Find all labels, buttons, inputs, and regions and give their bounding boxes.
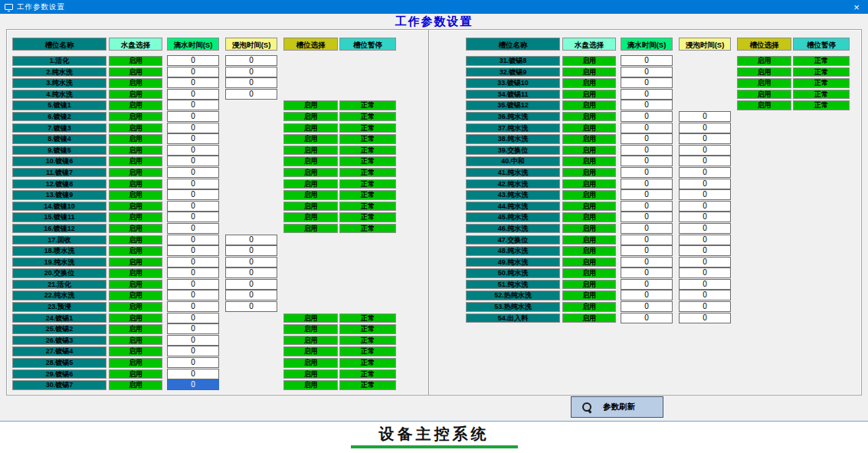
slot-pause-status[interactable]: 正常 [339, 224, 396, 234]
slot-select-toggle[interactable]: 启用 [283, 202, 338, 212]
drip-time-input[interactable]: 0 [167, 111, 219, 122]
water-pan-toggle[interactable]: 启用 [562, 212, 616, 222]
water-pan-toggle[interactable]: 启用 [562, 67, 616, 77]
soak-time-input[interactable]: 0 [679, 257, 731, 268]
water-pan-toggle[interactable]: 启用 [562, 100, 616, 110]
drip-time-input[interactable]: 0 [167, 235, 219, 245]
drip-time-input[interactable]: 0 [167, 313, 219, 323]
slot-select-toggle[interactable]: 启用 [283, 100, 338, 110]
slot-pause-status[interactable]: 正常 [339, 168, 396, 178]
water-pan-toggle[interactable]: 启用 [562, 112, 616, 122]
slot-select-toggle[interactable]: 启用 [737, 67, 791, 77]
water-pan-toggle[interactable]: 启用 [109, 235, 162, 245]
slot-select-toggle[interactable]: 启用 [283, 168, 338, 178]
drip-time-input[interactable]: 0 [167, 77, 219, 88]
drip-time-input[interactable]: 0 [167, 223, 219, 234]
slot-pause-status[interactable]: 正常 [339, 179, 396, 189]
drip-time-input[interactable]: 0 [167, 323, 219, 334]
water-pan-toggle[interactable]: 启用 [109, 78, 162, 88]
water-pan-toggle[interactable]: 启用 [109, 190, 162, 200]
water-pan-toggle[interactable]: 启用 [562, 302, 616, 312]
slot-pause-status[interactable]: 正常 [339, 346, 396, 356]
water-pan-toggle[interactable]: 启用 [562, 246, 616, 256]
drip-time-input[interactable]: 0 [167, 123, 219, 133]
water-pan-toggle[interactable]: 启用 [562, 268, 616, 278]
water-pan-toggle[interactable]: 启用 [562, 146, 616, 156]
drip-time-input[interactable]: 0 [621, 77, 673, 88]
soak-time-input[interactable]: 0 [225, 279, 277, 290]
slot-pause-status[interactable]: 正常 [339, 212, 396, 222]
drip-time-input[interactable]: 0 [621, 179, 673, 189]
slot-select-toggle[interactable]: 启用 [737, 90, 791, 100]
water-pan-toggle[interactable]: 启用 [562, 190, 616, 200]
slot-pause-status[interactable]: 正常 [793, 67, 850, 77]
slot-pause-status[interactable]: 正常 [339, 336, 396, 346]
drip-time-input[interactable]: 0 [621, 268, 673, 278]
drip-time-input[interactable]: 0 [167, 335, 219, 346]
drip-time-input[interactable]: 0 [621, 279, 673, 290]
water-pan-toggle[interactable]: 启用 [109, 280, 162, 290]
drip-time-input[interactable]: 0 [621, 235, 673, 245]
slot-select-toggle[interactable]: 启用 [283, 324, 338, 334]
drip-time-input[interactable]: 0 [167, 379, 219, 390]
drip-time-input[interactable]: 0 [167, 67, 219, 77]
water-pan-toggle[interactable]: 启用 [562, 78, 616, 88]
slot-pause-status[interactable]: 正常 [339, 202, 396, 212]
soak-time-input[interactable]: 0 [679, 212, 731, 222]
water-pan-toggle[interactable]: 启用 [109, 90, 162, 100]
soak-time-input[interactable]: 0 [225, 89, 277, 100]
drip-time-input[interactable]: 0 [167, 268, 219, 278]
soak-time-input[interactable]: 0 [679, 201, 731, 212]
water-pan-toggle[interactable]: 启用 [562, 134, 616, 144]
water-pan-toggle[interactable]: 启用 [562, 235, 616, 245]
water-pan-toggle[interactable]: 启用 [109, 302, 162, 312]
water-pan-toggle[interactable]: 启用 [109, 179, 162, 189]
drip-time-input[interactable]: 0 [167, 357, 219, 368]
drip-time-input[interactable]: 0 [621, 156, 673, 166]
drip-time-input[interactable]: 0 [167, 100, 219, 110]
drip-time-input[interactable]: 0 [167, 55, 219, 66]
drip-time-input[interactable]: 0 [621, 189, 673, 200]
soak-time-input[interactable]: 0 [225, 268, 277, 278]
soak-time-input[interactable]: 0 [679, 145, 731, 156]
drip-time-input[interactable]: 0 [621, 290, 673, 300]
soak-time-input[interactable]: 0 [679, 279, 731, 290]
soak-time-input[interactable]: 0 [225, 67, 277, 77]
water-pan-toggle[interactable]: 启用 [109, 224, 162, 234]
soak-time-input[interactable]: 0 [679, 268, 731, 278]
drip-time-input[interactable]: 0 [621, 167, 673, 178]
drip-time-input[interactable]: 0 [167, 290, 219, 300]
slot-select-toggle[interactable]: 启用 [283, 146, 338, 156]
drip-time-input[interactable]: 0 [621, 133, 673, 144]
water-pan-toggle[interactable]: 启用 [562, 224, 616, 234]
drip-time-input[interactable]: 0 [167, 156, 219, 166]
drip-time-input[interactable]: 0 [167, 167, 219, 178]
water-pan-toggle[interactable]: 启用 [109, 168, 162, 178]
water-pan-toggle[interactable]: 启用 [562, 168, 616, 178]
soak-time-input[interactable]: 0 [225, 245, 277, 256]
slot-select-toggle[interactable]: 启用 [283, 112, 338, 122]
soak-time-input[interactable]: 0 [679, 189, 731, 200]
drip-time-input[interactable]: 0 [167, 189, 219, 200]
drip-time-input[interactable]: 0 [621, 67, 673, 77]
water-pan-toggle[interactable]: 启用 [109, 291, 162, 300]
water-pan-toggle[interactable]: 启用 [562, 258, 616, 268]
slot-select-toggle[interactable]: 启用 [737, 78, 791, 88]
drip-time-input[interactable]: 0 [167, 346, 219, 356]
close-icon[interactable]: × [845, 0, 868, 14]
slot-select-toggle[interactable]: 启用 [283, 358, 338, 368]
slot-pause-status[interactable]: 正常 [339, 156, 396, 166]
water-pan-toggle[interactable]: 启用 [109, 313, 162, 323]
water-pan-toggle[interactable]: 启用 [562, 90, 616, 100]
drip-time-input[interactable]: 0 [167, 257, 219, 268]
drip-time-input[interactable]: 0 [621, 257, 673, 268]
drip-time-input[interactable]: 0 [167, 245, 219, 256]
drip-time-input[interactable]: 0 [621, 313, 673, 323]
soak-time-input[interactable]: 0 [679, 245, 731, 256]
slot-pause-status[interactable]: 正常 [339, 123, 396, 133]
slot-select-toggle[interactable]: 启用 [283, 156, 338, 166]
water-pan-toggle[interactable]: 启用 [109, 56, 162, 66]
drip-time-input[interactable]: 0 [167, 179, 219, 189]
water-pan-toggle[interactable]: 启用 [109, 336, 162, 346]
slot-pause-status[interactable]: 正常 [339, 369, 396, 379]
